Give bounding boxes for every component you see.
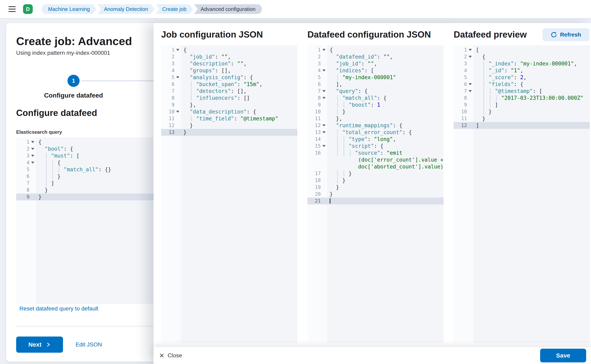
datafeed-config-editor[interactable]: 1{2 "datafeed_id": "",3 "job_id": "",4 "… bbox=[307, 45, 444, 343]
datafeed-config-heading: Datafeed configuration JSON bbox=[307, 30, 431, 39]
fold-arrow-icon[interactable] bbox=[322, 97, 326, 99]
job-config-heading: Job configuration JSON bbox=[161, 30, 263, 39]
datafeed-preview-editor[interactable]: 1[2 {3 │ "_index": "my-index-000001",4 │… bbox=[454, 45, 590, 343]
fold-arrow-icon[interactable] bbox=[322, 70, 326, 72]
code-line: 11 │ "time_field": "@timestamp" bbox=[161, 115, 297, 122]
code-line: 13 │ "total_error_count": { bbox=[307, 129, 444, 136]
code-line: 21 bbox=[307, 198, 444, 204]
edit-json-flyout: Job configuration JSON Datafeed configur… bbox=[154, 23, 591, 364]
code-line: 9 │ │ "boost": 1 bbox=[307, 101, 444, 108]
close-icon bbox=[159, 353, 164, 358]
index-pattern-subtitle: Using index pattern my-index-000001 bbox=[16, 50, 110, 56]
step-1-indicator[interactable]: 1 bbox=[67, 75, 80, 87]
code-line: 1{ bbox=[161, 46, 297, 53]
breadcrumb-current-page: Advanced configuration bbox=[194, 4, 262, 14]
code-line: 6 │ "fields": { bbox=[454, 81, 590, 88]
code-line: 12 "runtime_mappings": { bbox=[307, 122, 444, 129]
code-line: 3 │ "_index": "my-index-000001", bbox=[454, 60, 590, 67]
code-line: 3 "description": "", bbox=[161, 60, 297, 67]
datafeed-preview-heading: Datafeed preview bbox=[454, 30, 527, 39]
code-line: 10 "data_description": { bbox=[161, 108, 297, 115]
code-line: 2 "job_id": "", bbox=[161, 53, 297, 60]
job-config-editor[interactable]: 1{2 "job_id": "",3 "description": "",4 "… bbox=[161, 45, 297, 343]
code-line: 10 │ } bbox=[307, 108, 444, 115]
hamburger-icon bbox=[8, 6, 16, 12]
code-line: 7 │ │ "@timestamp": [ bbox=[454, 88, 590, 95]
code-line: 12 } bbox=[161, 122, 297, 129]
menu-button[interactable] bbox=[8, 5, 16, 13]
breadcrumb: Machine Learning Anomaly Detection Creat… bbox=[42, 4, 262, 14]
fold-arrow-icon[interactable] bbox=[31, 162, 34, 164]
fold-arrow-icon[interactable] bbox=[31, 141, 34, 143]
section-title: Configure datafeed bbox=[16, 108, 97, 118]
arrow-right-icon bbox=[46, 342, 51, 347]
code-line: 7 │ "detectors": [], bbox=[161, 88, 297, 95]
fold-arrow-icon[interactable] bbox=[469, 56, 472, 58]
breadcrumb-anomaly-detection[interactable]: Anomaly Detection bbox=[97, 4, 155, 14]
fold-arrow-icon[interactable] bbox=[469, 49, 472, 51]
code-line: 8 │ │ │ "2017-03-23T13:00:00.000Z" bbox=[454, 95, 590, 101]
app: D Machine Learning Anomaly Detection Cre… bbox=[0, 0, 591, 364]
next-button[interactable]: Next bbox=[16, 337, 63, 353]
refresh-button-label: Refresh bbox=[560, 32, 581, 38]
close-button-label: Close bbox=[168, 352, 182, 359]
save-button[interactable]: Save bbox=[540, 349, 586, 362]
fold-arrow-icon[interactable] bbox=[176, 49, 179, 51]
next-button-label: Next bbox=[28, 341, 41, 348]
header-bar: D Machine Learning Anomaly Detection Cre… bbox=[0, 0, 591, 19]
code-line: 8 │ "influencers": [] bbox=[161, 95, 297, 101]
code-line: 10 │ } bbox=[454, 108, 590, 115]
code-line: 4 │ "_id": "1", bbox=[454, 67, 590, 74]
code-line: 5 "analysis_config": { bbox=[161, 74, 297, 81]
breadcrumb-create-job[interactable]: Create job bbox=[156, 4, 193, 14]
user-avatar[interactable]: D bbox=[23, 4, 33, 14]
fold-arrow-icon[interactable] bbox=[31, 148, 34, 150]
breadcrumb-machine-learning[interactable]: Machine Learning bbox=[42, 4, 96, 14]
fold-arrow-icon[interactable] bbox=[322, 49, 326, 51]
refresh-icon bbox=[551, 32, 557, 38]
code-line: 1{ bbox=[307, 46, 444, 53]
code-line-wrap: (doc['error_count'].value + bbox=[307, 156, 444, 163]
fold-arrow-icon[interactable] bbox=[322, 90, 326, 92]
code-line: 8 │ "match_all": { bbox=[307, 95, 444, 101]
fold-arrow-icon[interactable] bbox=[322, 131, 326, 133]
code-line: 11 } bbox=[454, 115, 590, 122]
code-line: 7 "query": { bbox=[307, 88, 444, 95]
code-line: 5 │ "_score": 2, bbox=[454, 74, 590, 81]
code-line: 6 ], bbox=[307, 81, 444, 88]
code-line: 4 "indices": [ bbox=[307, 67, 444, 74]
edit-json-button[interactable]: Edit JSON bbox=[76, 341, 102, 348]
code-line: 20} bbox=[307, 191, 444, 198]
refresh-button[interactable]: Refresh bbox=[543, 28, 589, 41]
code-line: 11 }, bbox=[307, 115, 444, 122]
flyout-footer: Close Save bbox=[154, 347, 591, 364]
query-editor-label: Elasticsearch query bbox=[16, 129, 62, 135]
code-line: 18 │ } bbox=[307, 177, 444, 184]
code-line: 1[ bbox=[454, 46, 590, 53]
page-title: Create job: Advanced bbox=[16, 34, 132, 48]
code-line: 9 }, bbox=[161, 101, 297, 108]
code-line: 14 │ │ "type": "long", bbox=[307, 136, 444, 143]
code-line: 3 "job_id": "", bbox=[307, 60, 444, 67]
code-line: 5 │ "my-index-000001" bbox=[307, 74, 444, 81]
fold-arrow-icon[interactable] bbox=[469, 90, 472, 92]
code-line: 4 "groups": [], bbox=[161, 67, 297, 74]
code-line: 6 │ "bucket_span": "15m", bbox=[161, 81, 297, 88]
code-line: 16 │ │ │ "source": "emit bbox=[307, 150, 444, 156]
code-line: 15 │ │ "script": { bbox=[307, 143, 444, 150]
fold-arrow-icon[interactable] bbox=[176, 76, 179, 78]
code-line: 2 "datafeed_id": "", bbox=[307, 53, 444, 60]
code-line-wrap: doc['aborted_count'].value)" bbox=[307, 163, 444, 170]
code-line: 2 { bbox=[454, 53, 590, 60]
close-button[interactable]: Close bbox=[159, 352, 182, 359]
reset-datafeed-query-link[interactable]: Reset datafeed query to default bbox=[19, 306, 98, 312]
fold-arrow-icon[interactable] bbox=[322, 124, 326, 126]
fold-arrow-icon[interactable] bbox=[322, 145, 326, 147]
fold-arrow-icon[interactable] bbox=[469, 83, 472, 85]
code-line: 9 │ │ ] bbox=[454, 101, 590, 108]
code-line: 13} bbox=[161, 129, 297, 136]
code-line: 19 } bbox=[307, 184, 444, 191]
fold-arrow-icon[interactable] bbox=[176, 111, 179, 113]
code-line: 12] bbox=[454, 122, 590, 129]
fold-arrow-icon[interactable] bbox=[31, 155, 34, 157]
